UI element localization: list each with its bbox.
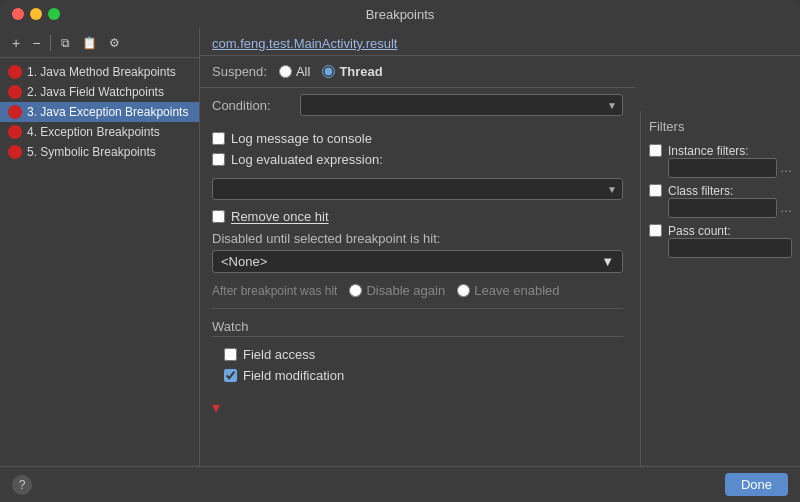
list-item[interactable]: 5. Symbolic Breakpoints <box>0 142 199 162</box>
all-option[interactable]: All <box>279 64 310 79</box>
close-button[interactable] <box>12 8 24 20</box>
remove-once-row[interactable]: Remove once hit <box>200 206 635 227</box>
breakpoint-name: com.feng.test.MainActivity.result <box>212 36 397 51</box>
disable-again-label: Disable again <box>366 283 445 298</box>
leave-enabled-radio[interactable] <box>457 284 470 297</box>
class-filter-dots[interactable]: … <box>780 201 792 215</box>
title-bar: Breakpoints <box>0 0 800 28</box>
export-button[interactable]: 📋 <box>78 35 101 51</box>
breakpoints-window: Breakpoints + − ⧉ 📋 ⚙ 1. Java Method Bre… <box>0 0 800 502</box>
traffic-lights <box>12 8 60 20</box>
pass-count-input[interactable] <box>668 238 792 258</box>
breakpoint-icon <box>8 125 22 139</box>
log-evaluated-label: Log evaluated expression: <box>231 152 383 167</box>
list-item[interactable]: 1. Java Method Breakpoints <box>0 62 199 82</box>
none-dropdown-arrow: ▼ <box>601 254 614 269</box>
leave-enabled-label: Leave enabled <box>474 283 559 298</box>
condition-label: Condition: <box>212 98 292 113</box>
field-access-label: Field access <box>243 347 315 362</box>
list-item-selected[interactable]: 3. Java Exception Breakpoints <box>0 102 199 122</box>
maximize-button[interactable] <box>48 8 60 20</box>
filters-panel: Filters Instance filters: … <box>640 111 800 466</box>
field-access-checkbox[interactable] <box>224 348 237 361</box>
pass-count-section: Pass count: <box>668 224 792 258</box>
condition-row: Condition: ▼ <box>200 88 635 122</box>
instance-filter-row: Instance filters: … <box>649 144 792 178</box>
list-item-label: 2. Java Field Watchpoints <box>27 85 164 99</box>
list-item-label: 4. Exception Breakpoints <box>27 125 160 139</box>
indicator-icon: ▾ <box>212 399 220 416</box>
field-modification-checkbox[interactable] <box>224 369 237 382</box>
settings-button[interactable]: ⚙ <box>105 35 124 51</box>
toolbar: + − ⧉ 📋 ⚙ <box>0 28 199 58</box>
pass-count-label: Pass count: <box>668 224 792 238</box>
instance-filter-label: Instance filters: <box>668 144 792 158</box>
breakpoint-list: 1. Java Method Breakpoints 2. Java Field… <box>0 58 199 466</box>
list-item-label: 1. Java Method Breakpoints <box>27 65 176 79</box>
remove-once-label: Remove once hit <box>231 209 329 224</box>
log-section: Log message to console Log evaluated exp… <box>200 122 635 176</box>
log-evaluated-row[interactable]: Log evaluated expression: <box>212 149 623 170</box>
class-filter-section: Class filters: … <box>668 184 792 218</box>
instance-filter-checkbox[interactable] <box>649 144 662 157</box>
after-hit-row: After breakpoint was hit Disable again L… <box>200 277 635 304</box>
thread-option[interactable]: Thread <box>322 64 382 79</box>
footer: ? Done <box>0 466 800 502</box>
log-evaluated-checkbox[interactable] <box>212 153 225 166</box>
divider <box>212 308 623 309</box>
suspend-row: Suspend: All Thread <box>200 56 635 88</box>
all-radio[interactable] <box>279 65 292 78</box>
field-modification-row[interactable]: Field modification <box>212 365 623 386</box>
none-dropdown[interactable]: <None> ▼ <box>212 250 623 273</box>
list-item-label: 5. Symbolic Breakpoints <box>27 145 156 159</box>
log-message-row[interactable]: Log message to console <box>212 128 623 149</box>
window-title: Breakpoints <box>366 7 435 22</box>
indicator-row: ▾ <box>200 392 635 423</box>
done-button[interactable]: Done <box>725 473 788 496</box>
breakpoint-icon <box>8 65 22 79</box>
disable-again-option[interactable]: Disable again <box>349 283 445 298</box>
leave-enabled-option[interactable]: Leave enabled <box>457 283 559 298</box>
minimize-button[interactable] <box>30 8 42 20</box>
disable-again-radio[interactable] <box>349 284 362 297</box>
class-filter-checkbox[interactable] <box>649 184 662 197</box>
log-message-label: Log message to console <box>231 131 372 146</box>
remove-button[interactable]: − <box>28 34 44 52</box>
thread-radio[interactable] <box>322 65 335 78</box>
breakpoint-icon <box>8 85 22 99</box>
disabled-section: Disabled until selected breakpoint is hi… <box>200 227 635 277</box>
suspend-label: Suspend: <box>212 64 267 79</box>
instance-filter-section: Instance filters: … <box>668 144 792 178</box>
watch-label: Watch <box>212 319 623 337</box>
remove-once-checkbox[interactable] <box>212 210 225 223</box>
pass-count-row: Pass count: <box>649 224 792 258</box>
after-hit-label: After breakpoint was hit <box>212 284 337 298</box>
copy-button[interactable]: ⧉ <box>57 35 74 51</box>
log-evaluated-input[interactable] <box>212 178 623 200</box>
left-panel: + − ⧉ 📋 ⚙ 1. Java Method Breakpoints 2. … <box>0 28 200 466</box>
watch-section: Watch Field access Field modification <box>200 313 635 392</box>
right-header: com.feng.test.MainActivity.result <box>200 28 800 56</box>
right-panel: com.feng.test.MainActivity.result Suspen… <box>200 28 800 466</box>
add-button[interactable]: + <box>8 34 24 52</box>
log-message-checkbox[interactable] <box>212 132 225 145</box>
list-item[interactable]: 2. Java Field Watchpoints <box>0 82 199 102</box>
field-modification-label: Field modification <box>243 368 344 383</box>
list-item-label: 3. Java Exception Breakpoints <box>27 105 188 119</box>
filters-title: Filters <box>649 119 792 134</box>
all-label: All <box>296 64 310 79</box>
list-item[interactable]: 4. Exception Breakpoints <box>0 122 199 142</box>
instance-filter-input[interactable] <box>668 158 777 178</box>
breakpoint-icon <box>8 145 22 159</box>
instance-filter-dots[interactable]: … <box>780 161 792 175</box>
condition-dropdown-arrow: ▼ <box>607 100 617 111</box>
class-filter-label: Class filters: <box>668 184 792 198</box>
thread-label: Thread <box>339 64 382 79</box>
condition-input[interactable] <box>300 94 623 116</box>
class-filter-input[interactable] <box>668 198 777 218</box>
help-button[interactable]: ? <box>12 475 32 495</box>
radio-group: All Thread <box>279 64 383 79</box>
breakpoint-icon <box>8 105 22 119</box>
field-access-row[interactable]: Field access <box>212 341 623 365</box>
pass-count-checkbox[interactable] <box>649 224 662 237</box>
